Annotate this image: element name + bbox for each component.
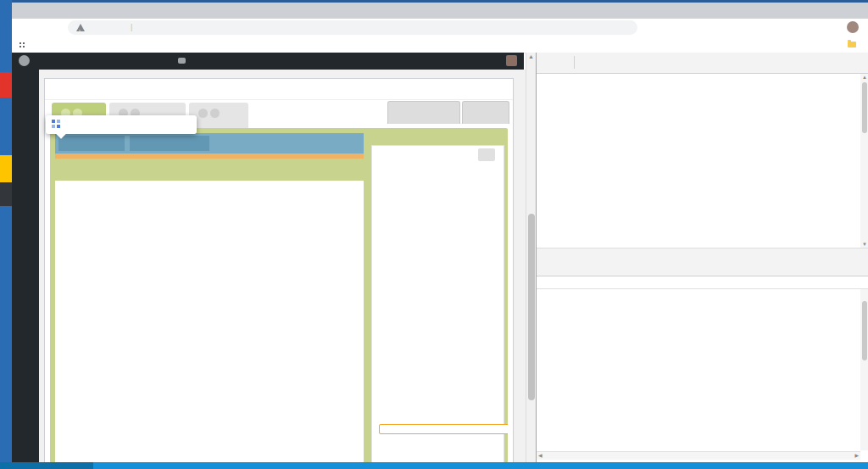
metabox-title[interactable] bbox=[45, 79, 513, 100]
screen: | bbox=[0, 0, 868, 469]
minimize-button[interactable] bbox=[793, 4, 818, 20]
scrollbar-thumb[interactable] bbox=[862, 301, 867, 360]
visual-data-button[interactable] bbox=[58, 136, 125, 151]
tip-box bbox=[379, 424, 508, 434]
close-window-button[interactable] bbox=[849, 4, 868, 20]
scroll-up-arrow[interactable]: ▲ bbox=[862, 75, 867, 80]
wp-logo-icon[interactable] bbox=[19, 53, 30, 70]
getting-started-button[interactable] bbox=[387, 101, 460, 124]
admin-avatar[interactable] bbox=[506, 55, 517, 66]
dom-breadcrumbs bbox=[537, 248, 868, 262]
background-yellow-block bbox=[0, 155, 12, 182]
other-bookmarks[interactable] bbox=[848, 39, 860, 50]
taskbar-strip bbox=[0, 462, 868, 469]
styles-pane[interactable] bbox=[537, 289, 860, 455]
tab-style[interactable] bbox=[189, 103, 248, 128]
inspected-toolbar-highlight bbox=[55, 133, 364, 154]
comments-indicator[interactable] bbox=[178, 53, 188, 70]
wp-admin-bar bbox=[12, 53, 524, 70]
bookmarks-bar bbox=[12, 36, 868, 53]
element-grid-icon bbox=[52, 120, 60, 128]
scroll-up-arrow[interactable]: ▲ bbox=[528, 53, 534, 59]
devtools-panel: ▲ ▼ ◀ ▶ bbox=[536, 53, 868, 462]
gear-icon bbox=[130, 138, 136, 148]
form-options-button[interactable] bbox=[130, 136, 209, 151]
styles-scrollbar[interactable] bbox=[860, 289, 868, 450]
scroll-right-arrow[interactable]: ▶ bbox=[854, 452, 859, 458]
fields-panel bbox=[371, 145, 504, 463]
styles-panel-tabs bbox=[537, 261, 868, 276]
not-secure-icon bbox=[76, 24, 85, 31]
address-bar[interactable]: | bbox=[68, 20, 637, 35]
help-badge[interactable] bbox=[210, 109, 220, 118]
template-style-note bbox=[264, 103, 271, 128]
fields-help-button[interactable] bbox=[478, 148, 495, 161]
skins-metabox bbox=[44, 78, 514, 464]
form-tree-canvas bbox=[55, 181, 364, 463]
new-tab-button[interactable] bbox=[765, 6, 778, 20]
styles-filter-bar bbox=[537, 276, 868, 289]
profile-avatar[interactable] bbox=[847, 21, 859, 33]
styles-horizontal-scrollbar[interactable]: ◀ ▶ bbox=[537, 451, 860, 460]
form-builder-region bbox=[50, 128, 508, 463]
apps-grid-icon bbox=[19, 42, 25, 48]
inspect-tooltip bbox=[46, 115, 197, 134]
margin-highlight bbox=[55, 154, 364, 159]
code-square-icon bbox=[58, 138, 65, 148]
taskbar-segment bbox=[0, 462, 93, 469]
scroll-left-arrow[interactable]: ◀ bbox=[538, 452, 542, 458]
apps-shortcut[interactable] bbox=[19, 39, 29, 50]
folder-icon bbox=[848, 42, 856, 47]
scrollbar-thumb[interactable] bbox=[528, 214, 535, 400]
comments-icon bbox=[178, 58, 186, 64]
scroll-down-arrow[interactable]: ▼ bbox=[862, 242, 867, 247]
addons-button[interactable] bbox=[462, 101, 509, 124]
scrollbar-thumb[interactable] bbox=[862, 82, 867, 133]
background-red-block bbox=[0, 72, 12, 98]
browser-toolbar: | bbox=[12, 19, 868, 36]
maximize-button[interactable] bbox=[821, 4, 846, 20]
wp-admin-sidebar bbox=[12, 70, 39, 462]
toolbar-divider bbox=[574, 56, 575, 69]
background-dark-block bbox=[0, 182, 12, 206]
elements-scrollbar[interactable]: ▲ ▼ bbox=[860, 74, 868, 248]
background-window-strip bbox=[0, 0, 12, 469]
devtools-toolbar bbox=[537, 53, 868, 74]
elements-tree[interactable] bbox=[537, 74, 860, 248]
info-badge[interactable] bbox=[198, 109, 208, 118]
omnibox-divider: | bbox=[131, 20, 132, 35]
